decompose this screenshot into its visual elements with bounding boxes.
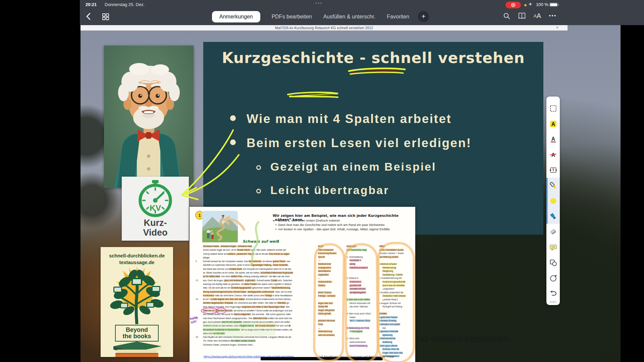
worksheet-intro-bullets: Schritt 1: sich einen ersten Eindruck no…: [275, 219, 413, 232]
column-item: Selbstbewusstsein: [346, 266, 371, 270]
story-line: 20man ihren Nachnamen falsch ausgesproch…: [203, 317, 320, 321]
thumbnails-button[interactable]: [102, 13, 110, 21]
column-item: [346, 270, 371, 274]
redaction-bar: [261, 357, 383, 360]
story-line: ziemlich abgewetzten Teddybär. Ein Gesch…: [203, 302, 320, 305]
story-line: 15lei ein? Coralie ärgerte sich über sic…: [203, 298, 320, 302]
column-header: Mittel: [379, 245, 406, 249]
story-line: streng zusammengenommene blonde Haare, b…: [203, 291, 320, 294]
tool-shapes-icon[interactable]: [546, 255, 560, 270]
tool-color-yellow-icon[interactable]: [546, 193, 560, 208]
column-item: unangenehm: [318, 266, 337, 270]
story-line: tauft, Nelson Mandela. Ihre Fingernägel …: [203, 306, 320, 309]
annotation-tool-palette: AAAT: [546, 97, 560, 305]
tool-marker-blue-icon[interactable]: [546, 208, 560, 224]
story-line: Sie betrat das Zimmer und errötete leich…: [203, 268, 320, 272]
tab-anmerkungen[interactable]: Anmerkungen: [212, 11, 260, 22]
tab-favoriten[interactable]: Favoriten: [387, 14, 409, 20]
slide-bullet: Gezeigt an einem Beispiel: [256, 160, 436, 173]
close-tab-button[interactable]: ✕: [556, 25, 559, 30]
column-item: Teil 1 = kleines Glück: [346, 319, 371, 323]
column-item: • Erzähler präsentiert die: [379, 291, 406, 295]
column-item: [346, 309, 371, 313]
column-item: [318, 298, 337, 302]
kurz-video-card: KV Kurz-Video: [122, 177, 189, 241]
back-button[interactable]: [85, 12, 93, 21]
column-item: • kein ganz offener: [379, 345, 406, 348]
story-line: Schwarze Haare, schwarze Augen, Schwarze…: [203, 344, 320, 347]
tool-comment-icon[interactable]: [546, 239, 560, 255]
story-line: an ihr haften blieb. Von einer steifen F…: [203, 275, 320, 279]
tab-pdfs-bearbeiten[interactable]: PDFs bearbeiten: [272, 14, 312, 20]
document-tab-bar: Mat7026-kv Kurzfassung Relaunch KG schne…: [80, 25, 568, 31]
column-item: • knapper Schluss mit: [379, 302, 406, 306]
topbar-black-corner: [0, 0, 80, 25]
tool-underline-text-icon[interactable]: A: [546, 131, 560, 147]
notes-column-mittel: Mittelkeine Checklisten-Suchesondern mer…: [379, 245, 406, 359]
tool-undo-icon[interactable]: [546, 286, 560, 301]
letterbox-right: [621, 25, 644, 362]
text-settings-button[interactable]: AA: [533, 12, 541, 20]
palette-drag-handle[interactable]: [550, 301, 556, 303]
battery-icon: [549, 3, 558, 7]
column-item: abschätzend: [318, 270, 337, 274]
story-line: se. Blicke huschten an ihr vorbei. Sie s…: [203, 272, 320, 275]
bullet-marker: [256, 189, 261, 193]
column-item: [379, 309, 406, 313]
tool-strikethrough-text-icon[interactable]: A: [546, 147, 560, 162]
tool-lasso-icon[interactable]: [546, 270, 560, 286]
intro-bullet: Am besten in vier Spalten - das spart Ze…: [275, 228, 413, 231]
tool-marquee-icon[interactable]: [546, 101, 560, 116]
column-item: Wiederholung: [379, 266, 406, 270]
column-item: Teddy hilft: [318, 305, 337, 309]
column-item: Erinnerung Bruder-: [318, 252, 337, 256]
mode-tabs: AnmerkungenPDFs bearbeitenAusfüllen & un…: [212, 10, 409, 23]
add-tab-button[interactable]: +: [418, 11, 429, 22]
tool-highlighter-pen-icon[interactable]: [546, 178, 560, 193]
worksheet-page[interactable]: 1 Wir zeigen hier am Beispiel, wie man s…: [190, 207, 415, 362]
column-item: [346, 295, 371, 298]
tool-highlight-text-icon[interactable]: A: [546, 116, 560, 131]
column-item: Die Geschichte zeigt: [346, 249, 371, 252]
intro-bullet: Schritt 1: sich einen ersten Eindruck no…: [275, 219, 413, 222]
story-line: Alter. Ob die wohl alle für ein Vorstell…: [203, 287, 320, 290]
column-item: Spannung: [379, 334, 406, 338]
svg-text:T: T: [552, 168, 554, 173]
column-item: • Situation erst später: [379, 323, 406, 327]
search-button[interactable]: [502, 12, 511, 20]
brand-slogan: Beyondthe books: [115, 325, 159, 342]
slide-bullet: Beim ersten Lesen viel erledigen!: [230, 136, 472, 150]
column-item: nett und schwarz: [318, 334, 337, 338]
story-line: Konkurrenz hatte sie wohl keine Chance. …: [203, 294, 320, 298]
story-line: hatte sie nur je denken können, sie würd…: [203, 309, 320, 313]
reading-view-button[interactable]: [518, 12, 526, 20]
column-item: Einfälle:: [379, 312, 406, 316]
column-item: = Kampfgeist: [346, 330, 371, 334]
column-item: 3. Man kann sich helfen:: [346, 298, 371, 302]
column-item: Angst, will gehen: [318, 309, 337, 313]
more-options-button[interactable]: •••: [549, 12, 557, 20]
multitasking-dots-icon[interactable]: •••: [315, 1, 323, 6]
stopwatch-icon: KV: [136, 179, 175, 218]
column-item: 2. Distanz in: [346, 277, 371, 281]
bullet-marker: [230, 115, 236, 121]
svg-text:KV: KV: [150, 203, 161, 213]
column-item: 4. Man muss auch Glück: [346, 312, 371, 316]
clock: 20:21: [86, 2, 97, 7]
notes-column-aussagen: AussagenDie Geschichte zeigt1. Voreinste…: [346, 245, 371, 348]
bullet-marker: [230, 139, 236, 145]
screen-recording-indicator[interactable]: [505, 2, 521, 8]
column-item: Distanz: [318, 284, 337, 288]
column-item: plötzlich Wechsel: [318, 319, 337, 323]
tool-text-box-icon[interactable]: T: [546, 162, 560, 178]
column-item: Rückgriff auf Anfang: [379, 305, 406, 309]
story-text: Schwarze Haare, schwarze Augen, schwarze…: [203, 245, 320, 347]
column-item: gesellschaft: [346, 284, 371, 288]
story-line: Vielleicht würde es hart werden, doch mö…: [203, 324, 320, 328]
column-item: Konkurrenzgesellschaft: [379, 281, 406, 284]
column-item: keine Checklisten-Suche: [379, 249, 406, 252]
tab-ausf-llen-unterschr-[interactable]: Ausfüllen & unterschr.: [323, 14, 376, 20]
column-item: Farbige - schwarz: [318, 295, 337, 298]
column-item: sondern merken = finden: [379, 252, 406, 256]
tool-eraser-icon[interactable]: [546, 224, 560, 239]
